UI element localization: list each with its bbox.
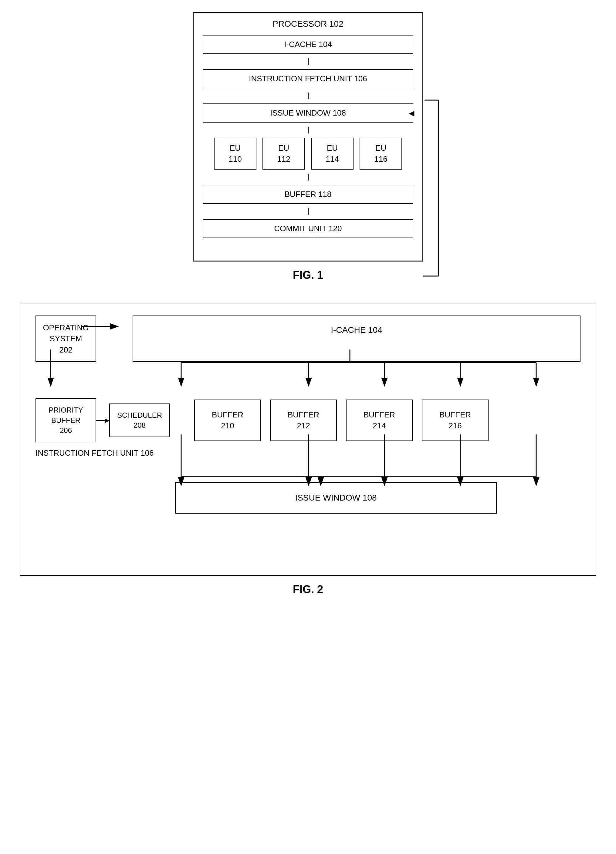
arrow-spacer-1 [35,362,581,398]
instruction-fetch-box: INSTRUCTION FETCH UNIT 106 [203,69,413,88]
connector-eu-buf [308,174,309,180]
issue-window-large: ISSUE WINDOW 108 [175,482,497,514]
fig2-diagram: OPERATING SYSTEM 202 I-CACHE 104 PRIORIT… [20,303,596,576]
connector-iw-eu [308,127,309,134]
buffer-216: BUFFER 216 [422,400,489,441]
buffer-212: BUFFER 212 [270,400,337,441]
buffer-box: BUFFER 118 [203,185,413,204]
arrow-line [96,420,105,421]
fig2-top-section: OPERATING SYSTEM 202 I-CACHE 104 [35,316,581,362]
fig1-diagram: PROCESSOR 102 I-CACHE 104 INSTRUCTION FE… [193,12,423,261]
os-box: OPERATING SYSTEM 202 [35,316,96,362]
ifu-label: INSTRUCTION FETCH UNIT 106 [35,448,581,458]
processor-box: PROCESSOR 102 I-CACHE 104 INSTRUCTION FE… [193,12,423,261]
arrow-spacer-2 [35,458,581,482]
processor-title: PROCESSOR 102 [273,19,343,29]
eu-112: EU 112 [262,138,305,169]
arrow-head: ▶ [105,417,109,423]
icache-box: I-CACHE 104 [203,35,413,54]
eu-116: EU 116 [360,138,402,169]
buffers-group: BUFFER 210 BUFFER 212 BUFFER 214 BUFFER … [194,400,489,441]
eu-114: EU 114 [311,138,354,169]
fig2-label: FIG. 2 [293,583,323,596]
commit-unit-box: COMMIT UNIT 120 [203,219,413,238]
buffer-214: BUFFER 214 [346,400,413,441]
connector-icache-ifu [308,58,309,65]
fig2-wrapper: OPERATING SYSTEM 202 I-CACHE 104 PRIORIT… [20,303,596,576]
fig2-mid-section: PRIORITY BUFFER 206 ▶ SCHEDULER 208 BUFF… [35,398,581,442]
fig1-container: PROCESSOR 102 I-CACHE 104 INSTRUCTION FE… [193,12,423,282]
priority-buffer-box: PRIORITY BUFFER 206 [35,398,96,442]
issue-window-wrapper: ISSUE WINDOW 108 ◀ [203,104,413,122]
eu-110: EU 110 [214,138,256,169]
issue-window-box: ISSUE WINDOW 108 [203,104,413,122]
fig1-label: FIG. 1 [293,269,323,282]
feedback-arrowhead: ◀ [409,110,414,117]
fig2-container: OPERATING SYSTEM 202 I-CACHE 104 PRIORIT… [20,303,596,596]
connector-buf-commit [308,208,309,215]
connector-ifu-iw [308,93,309,99]
scheduler-box: SCHEDULER 208 [109,404,170,437]
icache-large-box: I-CACHE 104 [133,316,581,362]
arrow-pb-sched: ▶ [96,417,109,423]
eu-row: EU 110 EU 112 EU 114 EU 116 [203,138,413,169]
buffer-210: BUFFER 210 [194,400,261,441]
